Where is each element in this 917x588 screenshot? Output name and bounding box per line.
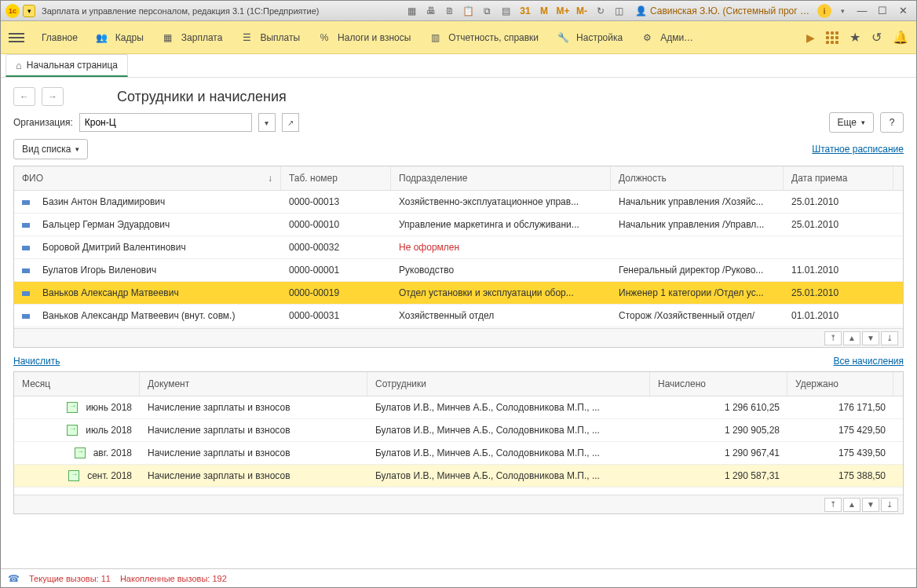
row-icon bbox=[22, 223, 30, 228]
table2-up-button[interactable]: ▲ bbox=[843, 498, 860, 512]
grid-icon: ▦ bbox=[161, 31, 175, 45]
wrench-icon: 🔧 bbox=[556, 31, 570, 45]
status-current: Текущие вызовы: 11 bbox=[29, 574, 111, 583]
apps-grid-icon[interactable] bbox=[826, 31, 838, 44]
info-icon[interactable]: i bbox=[817, 4, 831, 18]
main-menu: Главное 👥Кадры ▦Зарплата ☰Выплаты %Налог… bbox=[1, 21, 916, 54]
content-area: ← → Сотрудники и начисления Организация:… bbox=[1, 78, 916, 568]
tab-bar: ⌂ Начальная страница bbox=[1, 54, 916, 78]
compare-icon[interactable]: ⧉ bbox=[480, 4, 495, 18]
preview-icon[interactable]: 🗎 bbox=[442, 4, 458, 18]
close-button[interactable]: ✕ bbox=[894, 4, 912, 18]
table-row[interactable]: Бальцер Герман Эдуардович0000-00010Управ… bbox=[14, 214, 903, 236]
print-icon[interactable]: 🖶 bbox=[423, 4, 439, 18]
percent-icon: % bbox=[317, 31, 331, 45]
table2-first-button[interactable]: ⤒ bbox=[824, 498, 842, 512]
history-icon[interactable]: ↺ bbox=[871, 30, 882, 45]
app-menu-dropdown[interactable]: ▾ bbox=[23, 5, 35, 17]
copy-icon[interactable]: 📋 bbox=[461, 4, 477, 18]
table-row[interactable]: Базин Антон Владимирович0000-00013Хозяйс… bbox=[14, 191, 903, 214]
menu-main[interactable]: Главное bbox=[42, 32, 78, 43]
minimize-button[interactable]: — bbox=[853, 4, 871, 18]
row-icon bbox=[22, 268, 30, 273]
tab-label: Начальная страница bbox=[27, 60, 118, 71]
table-row[interactable]: авг. 2018Начисление зарплаты и взносовБу… bbox=[14, 442, 903, 465]
org-dropdown-button[interactable]: ▾ bbox=[258, 113, 276, 132]
status-bar: ☎ Текущие вызовы: 11 Накопленные вызовы:… bbox=[1, 568, 916, 587]
org-input[interactable]: Крон-Ц bbox=[79, 113, 252, 132]
th-date[interactable]: Дата приема bbox=[784, 166, 893, 190]
th-fio[interactable]: ФИО↓ bbox=[14, 166, 281, 190]
more-button[interactable]: Еще▾ bbox=[829, 112, 874, 133]
bell-icon[interactable]: 🔔 bbox=[893, 30, 908, 45]
home-icon: ⌂ bbox=[16, 60, 22, 71]
th-dep[interactable]: Подразделение bbox=[391, 166, 611, 190]
calendar-icon[interactable]: 31 bbox=[517, 4, 533, 18]
tab-home[interactable]: ⌂ Начальная страница bbox=[5, 54, 128, 77]
table-row[interactable]: Боровой Дмитрий Валентинович0000-00032Не… bbox=[14, 236, 903, 259]
menu-taxes[interactable]: %Налоги и взносы bbox=[317, 31, 411, 45]
window-title: Зарплата и управление персоналом, редакц… bbox=[42, 6, 319, 16]
table-first-button[interactable]: ⤒ bbox=[824, 331, 842, 345]
table2-last-button[interactable]: ⤓ bbox=[881, 498, 898, 512]
doc-icon bbox=[67, 402, 78, 413]
org-open-button[interactable]: ↗ bbox=[282, 113, 299, 132]
panels-icon[interactable]: ◫ bbox=[612, 4, 627, 18]
menu-payments[interactable]: ☰Выплаты bbox=[239, 31, 300, 45]
row-icon bbox=[22, 200, 30, 205]
table-row[interactable]: Булатов Игорь Виленович0000-00001Руковод… bbox=[14, 259, 903, 282]
refresh-icon[interactable]: ↻ bbox=[593, 4, 608, 18]
help-button[interactable]: ? bbox=[880, 112, 904, 133]
table-row[interactable]: Ваньков Александр Матвеевич (внут. совм.… bbox=[14, 305, 903, 327]
accruals-table: Месяц Документ Сотрудники Начислено Удер… bbox=[13, 371, 904, 514]
row-icon bbox=[22, 291, 30, 296]
th-emp[interactable]: Сотрудники bbox=[367, 372, 650, 396]
table-row[interactable]: Ваньков Александр Матвеевич0000-00019Отд… bbox=[14, 282, 903, 305]
star-icon[interactable]: ★ bbox=[849, 30, 860, 45]
status-accum: Накопленные вызовы: 192 bbox=[120, 574, 227, 583]
titlebar: 1c ▾ Зарплата и управление персоналом, р… bbox=[1, 1, 916, 21]
gear-icon: ⚙ bbox=[640, 31, 654, 45]
people-icon: 👥 bbox=[95, 31, 109, 45]
th-tab[interactable]: Таб. номер bbox=[281, 166, 391, 190]
menu-admin[interactable]: ⚙Адми… bbox=[640, 31, 693, 45]
org-label: Организация: bbox=[13, 117, 73, 128]
info-dropdown-icon[interactable]: ▾ bbox=[835, 4, 850, 18]
table-last-button[interactable]: ⤓ bbox=[881, 331, 898, 345]
menu-salary[interactable]: ▦Зарплата bbox=[161, 31, 223, 45]
zoom-m-icon[interactable]: M bbox=[536, 4, 552, 18]
table-row[interactable]: июнь 2018Начисление зарплаты и взносовБу… bbox=[14, 396, 903, 419]
all-accruals-link[interactable]: Все начисления bbox=[833, 356, 904, 367]
menu-staff[interactable]: 👥Кадры bbox=[95, 31, 144, 45]
accrue-link[interactable]: Начислить bbox=[13, 356, 60, 367]
table2-down-button[interactable]: ▼ bbox=[862, 498, 879, 512]
table-row[interactable]: сент. 2018Начисление зарплаты и взносовБ… bbox=[14, 465, 903, 488]
staffing-link[interactable]: Штатное расписание bbox=[812, 144, 904, 155]
th-pos[interactable]: Должность bbox=[611, 166, 784, 190]
scroll-right-icon[interactable]: ▶ bbox=[806, 31, 815, 44]
th-month[interactable]: Месяц bbox=[14, 372, 140, 396]
table-up-button[interactable]: ▲ bbox=[843, 331, 860, 345]
th-ded[interactable]: Удержано bbox=[787, 372, 893, 396]
hamburger-icon[interactable] bbox=[9, 33, 24, 42]
page-title: Сотрудники и начисления bbox=[117, 89, 287, 105]
nav-back-button[interactable]: ← bbox=[13, 87, 35, 106]
table-down-button[interactable]: ▼ bbox=[862, 331, 879, 345]
zoom-mminus-icon[interactable]: M- bbox=[574, 4, 590, 18]
menu-reports[interactable]: ▥Отчетность, справки bbox=[428, 31, 539, 45]
nav-forward-button[interactable]: → bbox=[42, 87, 64, 106]
zoom-mplus-icon[interactable]: M+ bbox=[555, 4, 571, 18]
row-icon bbox=[22, 246, 30, 250]
th-acc[interactable]: Начислено bbox=[650, 372, 787, 396]
th-doc[interactable]: Документ bbox=[140, 372, 367, 396]
row-icon bbox=[22, 314, 30, 319]
user-badge[interactable]: 👤Савинская З.Ю. (Системный прог … bbox=[635, 5, 809, 16]
toolbar-icon[interactable]: ▦ bbox=[404, 4, 420, 18]
wallet-icon: ☰ bbox=[239, 31, 254, 45]
table-row[interactable]: июль 2018Начисление зарплаты и взносовБу… bbox=[14, 419, 903, 442]
listview-button[interactable]: Вид списка▾ bbox=[13, 139, 88, 159]
maximize-button[interactable]: ☐ bbox=[874, 4, 891, 18]
calculator-icon[interactable]: ▤ bbox=[499, 4, 514, 18]
report-icon: ▥ bbox=[428, 31, 442, 45]
menu-settings[interactable]: 🔧Настройка bbox=[556, 31, 623, 45]
